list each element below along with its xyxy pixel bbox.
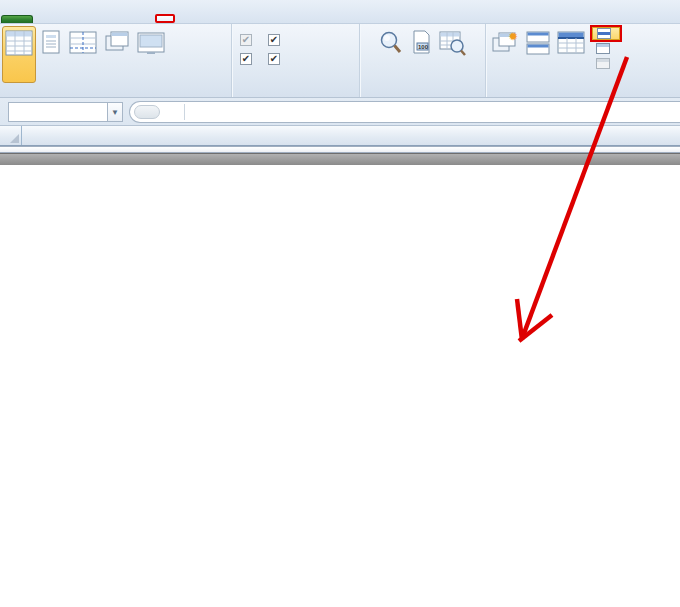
ruler-checkbox-box: ✔ — [240, 34, 252, 46]
tab-formulas[interactable] — [95, 14, 115, 23]
group-label-window — [486, 83, 680, 97]
page-layout-view-button[interactable] — [36, 26, 66, 83]
window-bottom-edge — [0, 153, 680, 165]
svg-text:100: 100 — [418, 44, 429, 50]
tab-review[interactable] — [135, 14, 155, 23]
ribbon-tab-row — [0, 0, 680, 24]
svg-text:✹: ✹ — [508, 31, 518, 42]
ruler-checkbox[interactable]: ✔ — [240, 34, 256, 46]
split-icon — [597, 28, 611, 39]
split-bar[interactable] — [0, 146, 680, 153]
full-screen-button[interactable] — [134, 26, 168, 83]
zoom-icon — [379, 29, 403, 57]
custom-views-button[interactable] — [100, 26, 134, 83]
tab-page-layout[interactable] — [75, 14, 95, 23]
full-screen-icon — [137, 29, 165, 57]
zoom-to-selection-icon — [439, 29, 467, 57]
headings-checkbox-box: ✔ — [268, 53, 280, 65]
group-window: ✹ — [486, 24, 680, 97]
group-label-workbook-views — [0, 83, 231, 97]
new-window-icon: ✹ — [491, 29, 519, 57]
gridlines-checkbox-box: ✔ — [240, 53, 252, 65]
freeze-panes-icon — [557, 29, 585, 57]
group-zoom: 100 — [360, 24, 486, 97]
group-label-zoom — [360, 83, 485, 97]
arrange-all-icon — [525, 29, 551, 57]
split-button[interactable] — [592, 27, 620, 40]
new-window-button[interactable]: ✹ — [488, 26, 522, 83]
zoom-100-icon: 100 — [409, 29, 433, 57]
ribbon-view-tab-content: ✔ ✔ ✔ ✔ 100 — [0, 24, 680, 98]
unhide-icon — [596, 58, 610, 69]
arrange-all-button[interactable] — [522, 26, 554, 83]
unhide-button — [592, 57, 620, 70]
formula-input-area[interactable] — [129, 101, 680, 123]
file-tab[interactable] — [1, 15, 33, 23]
select-all-corner[interactable] — [0, 126, 22, 145]
gridlines-checkbox[interactable]: ✔ — [240, 53, 256, 65]
normal-view-button[interactable] — [2, 26, 36, 83]
group-label-show — [232, 83, 359, 97]
formula-bar-checkbox-box: ✔ — [268, 34, 280, 46]
zoom-to-selection-button[interactable] — [436, 26, 470, 83]
tab-data[interactable] — [115, 14, 135, 23]
tab-insert[interactable] — [55, 14, 75, 23]
zoom-100-button[interactable]: 100 — [406, 26, 436, 83]
formula-bar-grip — [134, 105, 160, 119]
tab-home[interactable] — [35, 14, 55, 23]
zoom-button[interactable] — [376, 26, 406, 83]
hide-button[interactable] — [592, 42, 620, 55]
freeze-panes-button[interactable] — [554, 26, 588, 83]
custom-views-icon — [103, 29, 131, 57]
name-box[interactable] — [8, 102, 108, 122]
name-box-dropdown-icon[interactable]: ▼ — [108, 102, 123, 122]
group-show: ✔ ✔ ✔ ✔ — [232, 24, 360, 97]
tab-view[interactable] — [155, 14, 175, 23]
tab-kutools[interactable] — [175, 14, 195, 23]
formula-bar-divider — [184, 104, 185, 120]
tab-enterprise[interactable] — [195, 14, 215, 23]
formula-bar: ▼ — [0, 98, 680, 126]
page-layout-view-icon — [39, 29, 63, 57]
normal-view-icon — [5, 29, 33, 57]
page-break-preview-icon — [69, 29, 97, 57]
page-break-preview-button[interactable] — [66, 26, 100, 83]
sheet-column-headers — [0, 126, 680, 146]
hide-icon — [596, 43, 610, 54]
split-button-highlight-box — [592, 27, 620, 40]
headings-checkbox[interactable]: ✔ — [268, 53, 284, 65]
formula-bar-checkbox[interactable]: ✔ — [268, 34, 284, 46]
group-workbook-views — [0, 24, 232, 97]
